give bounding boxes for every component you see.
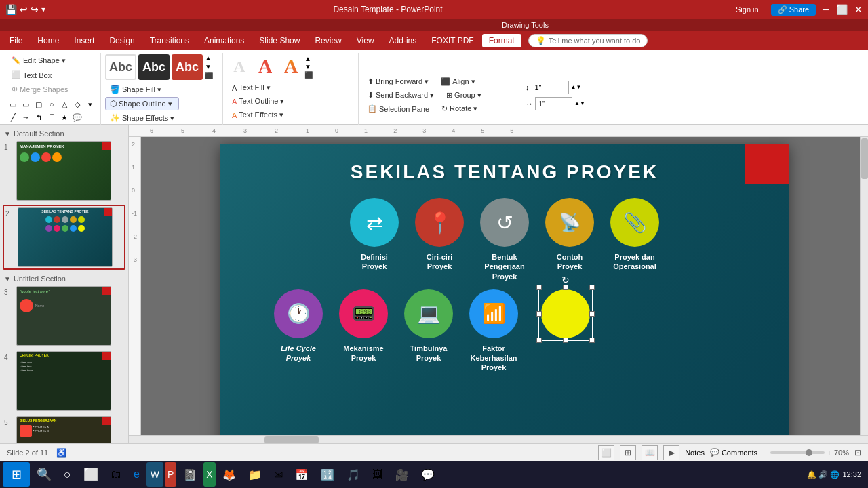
slide-thumb-2[interactable]: 2 SEKILAS TENTANG PROYEK	[3, 205, 125, 270]
wordart-2[interactable]: A	[253, 54, 277, 79]
shape-circle[interactable]: ○	[45, 98, 58, 110]
save-icon[interactable]: 💾	[5, 4, 17, 15]
height-input[interactable]: 1"	[532, 81, 569, 94]
share-button[interactable]: 🔗 Share	[771, 4, 816, 16]
bring-forward-button[interactable]: ⬆ Bring Forward ▾	[363, 75, 433, 88]
search-taskbar[interactable]: 🔍	[31, 462, 57, 487]
slide-thumb-5[interactable]: 5 SIKLUS PENGERJAAN • PROYEK A• PROYEK B	[3, 415, 125, 443]
menu-review[interactable]: Review	[308, 34, 348, 47]
circle-faktor[interactable]: 📶	[469, 289, 518, 338]
presenter-btn[interactable]: ▶	[663, 445, 679, 460]
menu-addins[interactable]: Add-ins	[382, 34, 424, 47]
send-backward-button[interactable]: ⬇ Send Backward ▾	[363, 89, 439, 102]
shape-line[interactable]: ╱	[7, 111, 19, 123]
style-expand[interactable]: ⬛	[205, 72, 213, 80]
selection-pane-button[interactable]: 📋 Selection Pane	[363, 102, 434, 115]
rotate-button[interactable]: ↻ Rotate ▾	[437, 102, 482, 115]
style-sample-1[interactable]: Abc	[105, 54, 136, 80]
menu-slideshow[interactable]: Slide Show	[252, 34, 307, 47]
shape-callout[interactable]: 💬	[71, 111, 83, 123]
zoom-in-btn[interactable]: +	[827, 449, 831, 457]
circle-mekanisme[interactable]: 📟	[339, 289, 388, 338]
shape-rounded[interactable]: ▢	[33, 98, 45, 110]
shape-rect[interactable]: ▭	[20, 98, 32, 110]
handle-br[interactable]	[589, 338, 595, 343]
menu-format[interactable]: Format	[482, 34, 521, 47]
wordart-1[interactable]: A	[227, 54, 252, 79]
taskview-btn[interactable]: ⬜	[78, 462, 104, 487]
sign-in-button[interactable]: Sign in	[730, 4, 764, 15]
menu-insert[interactable]: Insert	[67, 34, 101, 47]
shape-diamond[interactable]: ◇	[71, 98, 83, 110]
wa-expand[interactable]: ⬛	[304, 71, 313, 79]
reading-view-btn[interactable]: 📖	[642, 445, 658, 460]
circle-lifecycle[interactable]: 🕐	[274, 289, 323, 338]
section-untitled[interactable]: ▼ Untitled Section	[3, 272, 125, 285]
zoom-slider[interactable]	[770, 451, 825, 454]
close-button[interactable]: ✕	[854, 4, 863, 15]
circle-definisi[interactable]: ⇄	[350, 198, 399, 247]
style-scroll-down[interactable]: ▼	[205, 63, 213, 71]
redo-icon[interactable]: ↪	[31, 4, 39, 15]
zoom-out-btn[interactable]: −	[763, 449, 767, 457]
mail-btn[interactable]: ✉	[269, 462, 288, 487]
style-scroll-up[interactable]: ▲	[205, 54, 213, 62]
fit-slide-btn[interactable]: ⊡	[854, 448, 861, 458]
section-default[interactable]: ▼ Default Section	[3, 127, 125, 140]
handle-mr[interactable]	[589, 311, 595, 317]
shape-tri[interactable]: △	[58, 98, 71, 110]
slide-thumb-1[interactable]: 1 MANAJEMEN PROYEK	[3, 140, 125, 202]
text-effects-button[interactable]: A Text Effects ▾	[227, 108, 289, 121]
circle-ciriciri[interactable]: 📍	[415, 198, 464, 247]
zoom-thumb[interactable]	[806, 449, 812, 456]
align-button[interactable]: ⬛ Align ▾	[436, 75, 480, 88]
shape-bent[interactable]: ↰	[33, 111, 45, 123]
menu-animations[interactable]: Animations	[197, 34, 251, 47]
music-btn[interactable]: 🎵	[341, 462, 366, 487]
group-button[interactable]: ⊞ Group ▾	[441, 89, 486, 102]
merge-shapes-button[interactable]: ⊕ Merge Shapes	[7, 83, 73, 96]
handle-tl[interactable]	[536, 285, 542, 290]
photo-btn[interactable]: 🖼	[367, 462, 389, 487]
shape-star[interactable]: ★	[58, 111, 71, 123]
folder-btn[interactable]: 📁	[243, 462, 267, 487]
video-btn[interactable]: 🎥	[390, 462, 414, 487]
excel-btn[interactable]: X	[203, 462, 215, 487]
h-scrollbar[interactable]	[129, 435, 868, 443]
slide-thumb-3[interactable]: 3 "quote text here" Name	[3, 285, 125, 347]
shape-arrow[interactable]: →	[20, 111, 32, 123]
rotate-handle[interactable]: ↻	[561, 274, 570, 285]
menu-foxitpdf[interactable]: FOXIT PDF	[425, 34, 480, 47]
menu-home[interactable]: Home	[31, 34, 66, 47]
calendar-btn[interactable]: 📅	[290, 462, 314, 487]
style-sample-2[interactable]: Abc	[138, 54, 170, 80]
edge-btn[interactable]: e	[128, 462, 145, 487]
text-outline-button[interactable]: A Text Outline ▾	[227, 95, 289, 108]
calc-btn[interactable]: 🔢	[315, 462, 340, 487]
explorer-btn[interactable]: 🗂	[105, 462, 127, 487]
circle-bentuk[interactable]: ↺	[480, 198, 529, 247]
yellow-circle[interactable]	[541, 289, 590, 338]
menu-transitions[interactable]: Transitions	[143, 34, 196, 47]
notes-btn[interactable]: Notes	[685, 449, 705, 457]
shape-effects-button[interactable]: ✨ Shape Effects ▾	[105, 111, 179, 125]
tell-me-box[interactable]: 💡 Tell me what you want to do	[528, 34, 648, 47]
menu-file[interactable]: File	[3, 34, 29, 47]
shape-square[interactable]: ▭	[7, 98, 19, 110]
shape-fill-button[interactable]: 🪣 Shape Fill ▾	[105, 83, 179, 96]
handle-bc[interactable]	[563, 338, 568, 343]
circle-proyek[interactable]: 📎	[610, 198, 659, 247]
restore-button[interactable]: ⬜	[836, 4, 848, 15]
onenote-btn[interactable]: 📓	[178, 462, 202, 487]
normal-view-btn[interactable]: ⬜	[598, 445, 614, 460]
h-scroll-thumb[interactable]	[264, 436, 319, 443]
handle-tr[interactable]	[589, 285, 595, 290]
comments-btn[interactable]: 💬Comments	[710, 448, 757, 457]
firefox-btn[interactable]: 🦊	[217, 462, 241, 487]
chat-btn[interactable]: 💬	[416, 462, 440, 487]
circle-contoh[interactable]: 📡	[545, 198, 594, 247]
v-scrollbar[interactable]	[860, 137, 868, 435]
textbox-button[interactable]: ⬜ Text Box	[7, 68, 56, 81]
word-btn[interactable]: W	[146, 462, 163, 487]
minimize-button[interactable]: ─	[823, 4, 829, 15]
